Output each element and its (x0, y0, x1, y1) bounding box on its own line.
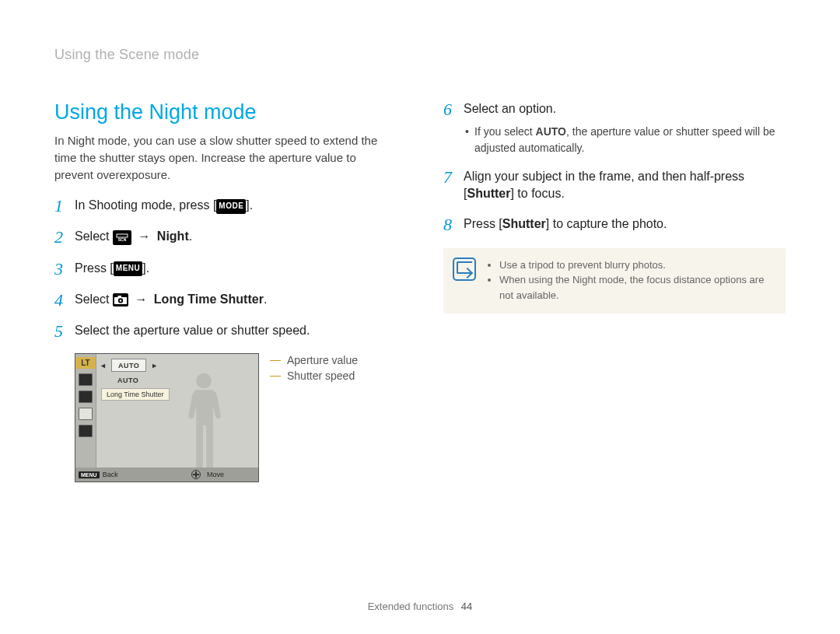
lcd-sidebar: LT (75, 354, 96, 468)
intro-paragraph: In Night mode, you can use a slow shutte… (54, 132, 397, 183)
lcd-side-icon (79, 373, 93, 386)
silhouette-icon (173, 366, 235, 468)
step-text: Select the aperture value or shutter spe… (75, 322, 397, 339)
step-text: Press [ (75, 261, 114, 275)
step-sub-bullet: If you select AUTO, the aperture value o… (474, 124, 786, 156)
step-4: 4 Select → Long Time Shutter. (54, 291, 397, 310)
step-5: 5 Select the aperture value or shutter s… (54, 322, 397, 341)
step-text: . (264, 292, 267, 306)
svg-rect-4 (117, 296, 121, 298)
step-text: . (189, 229, 192, 243)
note-item: When using the Night mode, the focus dis… (499, 272, 775, 303)
step-1: 1 In Shooting mode, press [MODE]. (54, 197, 397, 215)
right-column: 6 Select an option. If you select AUTO, … (443, 86, 786, 482)
step-text: ]. (142, 261, 149, 275)
step-number: 6 (443, 100, 464, 119)
step-number: 8 (443, 215, 464, 234)
page-number: 44 (461, 601, 472, 612)
chevron-right-icon: ► (151, 362, 158, 370)
left-column: Using the Night mode In Night mode, you … (54, 86, 397, 482)
note-icon (453, 257, 476, 281)
step-bold: Night (157, 229, 189, 243)
lcd-back-label: Back (103, 471, 118, 478)
lcd-row-aperture: ◄ AUTO ► (100, 359, 158, 372)
step-8: 8 Press [Shutter] to capture the photo. (443, 215, 786, 234)
lcd-move-label: Move (207, 471, 224, 478)
arrow-icon: → (138, 228, 150, 245)
lcd-figure: LT ◄ AUTO (75, 353, 397, 482)
step-number: 7 (443, 168, 464, 187)
step-number: 3 (54, 260, 75, 278)
step-text: Select (75, 229, 113, 243)
step-text: ] to focus. (510, 187, 564, 200)
step-text: Select (75, 292, 113, 306)
callout-aperture: Aperture value (287, 353, 358, 369)
running-header: Using the Scene mode (54, 47, 786, 63)
page-footer: Extended functions 44 (0, 601, 840, 612)
chevron-left-icon: ◄ (100, 362, 107, 370)
lcd-callouts: Aperture value Shutter speed (270, 353, 358, 384)
step-3: 3 Press [MENU]. (54, 260, 397, 278)
step-bold: Shutter (467, 187, 510, 200)
step-number: 5 (54, 322, 75, 341)
step-bold: Shutter (502, 217, 546, 230)
lcd-side-icon (79, 408, 93, 420)
footer-section: Extended functions (368, 601, 454, 612)
step-6: 6 Select an option. If you select AUTO, … (443, 100, 786, 156)
note-box: Use a tripod to prevent blurry photos. W… (443, 248, 786, 314)
nav-pad-icon (191, 470, 201, 479)
camera-lcd: LT ◄ AUTO (75, 353, 259, 482)
lt-badge: LT (75, 357, 96, 369)
mode-button-icon: MODE (216, 199, 246, 214)
step-number: 1 (54, 197, 75, 215)
lcd-side-icon (79, 425, 93, 437)
svg-point-6 (120, 299, 122, 302)
lcd-auto-value: AUTO (111, 374, 145, 386)
scene-mode-icon: SCN (113, 230, 131, 245)
lcd-bottom-bar: MENU Back Move (75, 468, 258, 482)
step-text: ]. (246, 198, 253, 212)
step-text: ] to capture the photo. (546, 217, 667, 230)
note-item: Use a tripod to prevent blurry photos. (499, 257, 775, 273)
step-number: 2 (54, 228, 75, 247)
lcd-auto-chip: AUTO (111, 359, 146, 372)
step-text: Select an option. (464, 102, 556, 115)
step-bold: Long Time Shutter (154, 292, 264, 306)
step-7: 7 Align your subject in the frame, and t… (443, 168, 786, 203)
step-2: 2 Select SCN → Night. (54, 228, 397, 247)
lcd-side-icon (79, 391, 93, 403)
section-title: Using the Night mode (54, 100, 397, 124)
step-number: 4 (54, 291, 75, 310)
menu-chip-icon: MENU (79, 471, 100, 478)
lcd-tooltip: Long Time Shutter (101, 388, 170, 401)
lcd-row-shutter: ◄ AUTO (100, 374, 145, 386)
svg-text:SCN: SCN (118, 237, 127, 242)
callout-shutter: Shutter speed (287, 369, 355, 384)
camera-icon (113, 293, 128, 306)
menu-button-icon: MENU (114, 261, 142, 276)
step-text: Press [ (464, 217, 502, 230)
step-text: In Shooting mode, press [ (75, 198, 216, 212)
arrow-icon: → (135, 291, 147, 308)
